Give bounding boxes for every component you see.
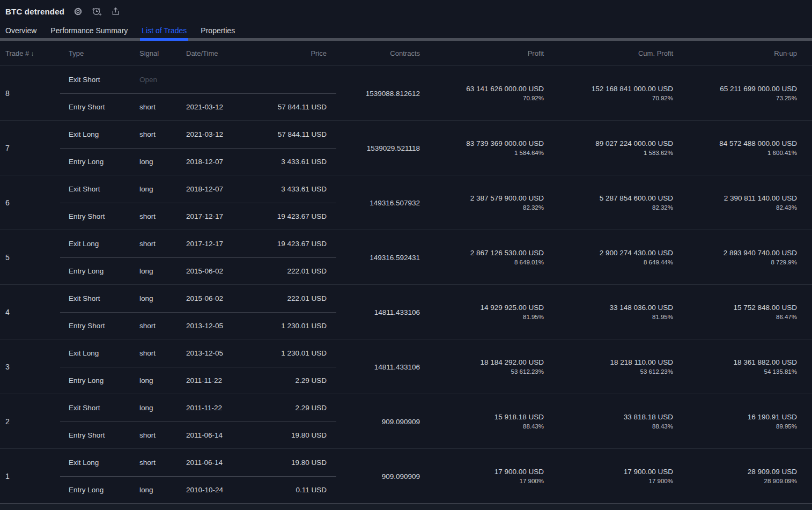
tab-performance-summary[interactable]: Performance Summary (50, 23, 128, 38)
trade-subrows: Exit Long short 2021-03-12 57 844.11 USD… (63, 121, 327, 175)
runup-value: 2 893 940 740.00 USD (673, 248, 797, 257)
trade-row[interactable]: 1 Exit Long short 2011-06-14 19.80 USD E… (0, 448, 812, 503)
trade-price: 1 230.01 USD (264, 322, 327, 330)
column-header-profit[interactable]: Profit (420, 49, 544, 57)
strategy-title: BTC detrended (5, 7, 64, 16)
trade-cum-profit: 18 218 110.00 USD 53 612.23% (544, 358, 673, 376)
cum-profit-percent: 53 612.23% (544, 368, 673, 376)
subrow-divider (60, 93, 336, 94)
table-header-row: Trade #↓ Type Signal Date/Time Price Con… (0, 41, 812, 65)
trade-signal: long (134, 404, 181, 412)
trade-subrows: Exit Short long 2011-11-22 2.29 USD Entr… (63, 394, 327, 449)
cum-profit-value: 152 168 841 000.00 USD (544, 84, 673, 93)
profit-value: 15 918.18 USD (420, 412, 544, 422)
title-bar: BTC detrended (0, 0, 812, 23)
profit-percent: 17 900% (420, 477, 544, 485)
entry-subrow: Entry Long long 2011-11-22 2.29 USD (63, 367, 327, 394)
tab-overview[interactable]: Overview (5, 23, 36, 38)
trade-profit: 83 739 369 000.00 USD 1 584.64% (420, 139, 544, 157)
trade-date: 2013-12-05 (181, 322, 264, 330)
trade-subrows: Exit Long short 2011-06-14 19.80 USD Ent… (63, 449, 327, 504)
column-header-signal[interactable]: Signal (134, 49, 181, 57)
column-header-trade-number[interactable]: Trade #↓ (0, 49, 63, 57)
column-header-contracts[interactable]: Contracts (327, 49, 420, 57)
cum-profit-value: 33 818.18 USD (544, 412, 673, 422)
trade-row[interactable]: 8 Exit Short Open Entry Short short 2021… (0, 65, 812, 120)
column-header-type[interactable]: Type (63, 49, 134, 57)
trade-row[interactable]: 5 Exit Long short 2017-12-17 19 423.67 U… (0, 230, 812, 284)
runup-value: 15 752 848.00 USD (673, 303, 797, 312)
column-header-price[interactable]: Price (264, 49, 327, 57)
trade-signal: Open (134, 76, 181, 84)
runup-percent: 28 909.09% (673, 477, 797, 485)
tabs: Overview Performance Summary List of Tra… (0, 23, 812, 38)
trade-runup: 2 893 940 740.00 USD 8 729.9% (673, 248, 797, 267)
profit-percent: 53 612.23% (420, 368, 544, 376)
trades-body: 8 Exit Short Open Entry Short short 2021… (0, 65, 812, 503)
trade-price: 57 844.11 USD (264, 103, 327, 111)
entry-subrow: Entry Short short 2021-03-12 57 844.11 U… (63, 93, 327, 121)
subrow-divider (60, 476, 336, 477)
runup-percent: 73.25% (673, 94, 797, 102)
cum-profit-value: 89 027 224 000.00 USD (544, 139, 673, 148)
cum-profit-percent: 88.43% (544, 423, 673, 431)
trade-row[interactable]: 7 Exit Long short 2021-03-12 57 844.11 U… (0, 120, 812, 175)
column-header-datetime[interactable]: Date/Time (181, 49, 264, 57)
trade-profit: 18 184 292.00 USD 53 612.23% (420, 358, 544, 376)
runup-percent: 8 729.9% (673, 258, 797, 267)
trade-cum-profit: 152 168 841 000.00 USD 70.92% (544, 84, 673, 102)
trade-row[interactable]: 4 Exit Short long 2015-06-02 222.01 USD … (0, 284, 812, 339)
sort-descending-icon: ↓ (31, 50, 34, 57)
tab-properties[interactable]: Properties (201, 23, 235, 38)
subrow-divider (60, 203, 336, 203)
trade-price: 19.80 USD (264, 431, 327, 439)
export-icon (110, 6, 121, 17)
profit-value: 2 867 126 530.00 USD (420, 248, 544, 257)
trade-contracts: 149316.507932 (327, 199, 420, 207)
trade-price: 3 433.61 USD (264, 185, 327, 193)
trade-runup: 16 190.91 USD 89.95% (673, 412, 797, 431)
horizontal-scrollbar-track-top[interactable] (0, 38, 812, 41)
trade-cum-profit: 5 287 854 600.00 USD 82.32% (544, 194, 673, 212)
add-alert-button[interactable] (91, 6, 102, 17)
trade-contracts: 14811.433106 (327, 308, 420, 316)
trade-runup: 28 909.09 USD 28 909.09% (673, 467, 797, 485)
runup-value: 16 190.91 USD (673, 412, 797, 422)
runup-percent: 1 600.41% (673, 149, 797, 157)
column-header-runup[interactable]: Run-up (673, 49, 797, 57)
cum-profit-value: 33 148 036.00 USD (544, 303, 673, 312)
runup-value: 65 211 699 000.00 USD (673, 84, 797, 93)
trade-number: 4 (0, 308, 63, 316)
trade-row[interactable]: 2 Exit Short long 2011-11-22 2.29 USD En… (0, 394, 812, 448)
tab-list-of-trades[interactable]: List of Trades (142, 23, 187, 38)
cum-profit-percent: 81.95% (544, 313, 673, 321)
exit-subrow: Exit Short long 2011-11-22 2.29 USD (63, 394, 327, 422)
trade-signal: short (134, 459, 181, 467)
column-header-cum-profit[interactable]: Cum. Profit (544, 49, 673, 57)
trade-type: Exit Short (63, 76, 134, 84)
trade-date: 2010-10-24 (181, 486, 264, 494)
settings-button[interactable] (72, 6, 83, 17)
trade-signal: short (134, 240, 181, 248)
trade-type: Entry Short (63, 322, 134, 330)
exit-subrow: Exit Long short 2021-03-12 57 844.11 USD (63, 121, 327, 148)
trade-profit: 17 900.00 USD 17 900% (420, 467, 544, 485)
alarm-clock-plus-icon (91, 6, 102, 17)
trade-date: 2015-06-02 (181, 267, 264, 275)
runup-value: 18 361 882.00 USD (673, 358, 797, 367)
subrow-divider (60, 312, 336, 313)
trade-runup: 15 752 848.00 USD 86.47% (673, 303, 797, 321)
trade-signal: short (134, 349, 181, 357)
trade-price: 19.80 USD (264, 459, 327, 467)
trade-profit: 14 929 925.00 USD 81.95% (420, 303, 544, 321)
entry-subrow: Entry Long long 2018-12-07 3 433.61 USD (63, 148, 327, 175)
trade-date: 2021-03-12 (181, 130, 264, 138)
horizontal-scrollbar-track-bottom[interactable] (0, 503, 812, 510)
export-button[interactable] (110, 6, 121, 17)
trade-row[interactable]: 3 Exit Long short 2013-12-05 1 230.01 US… (0, 339, 812, 394)
profit-percent: 8 649.01% (420, 258, 544, 267)
trade-row[interactable]: 6 Exit Short long 2018-12-07 3 433.61 US… (0, 175, 812, 230)
exit-subrow: Exit Short long 2018-12-07 3 433.61 USD (63, 175, 327, 203)
trade-price: 57 844.11 USD (264, 130, 327, 138)
trade-profit: 63 141 626 000.00 USD 70.92% (420, 84, 544, 102)
